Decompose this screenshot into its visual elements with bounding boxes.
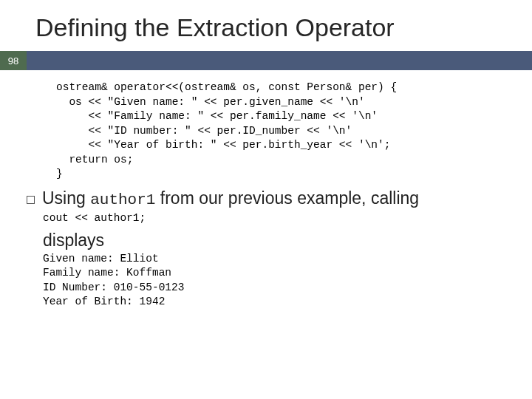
- slide-content: ostream& operator<<(ostream& os, const P…: [0, 70, 532, 310]
- slide: Defining the Extraction Operator 98 ostr…: [0, 0, 532, 399]
- code-line: << "ID number: " << per.ID_number << '\n…: [56, 125, 352, 137]
- output-line: ID Number: 010-55-0123: [43, 282, 184, 293]
- square-bullet-icon: [27, 196, 35, 204]
- code-line: << "Family name: " << per.family_name <<…: [56, 110, 378, 122]
- output-block: Given name: Elliot Family name: Koffman …: [43, 252, 502, 310]
- header-bar: 98: [0, 51, 532, 70]
- bullet-text-mono: author1: [90, 191, 155, 208]
- output-line: Year of Birth: 1942: [43, 296, 165, 307]
- slide-title: Defining the Extraction Operator: [0, 0, 532, 51]
- code-line: ostream& operator<<(ostream& os, const P…: [56, 81, 397, 93]
- call-code: cout << author1;: [43, 211, 502, 226]
- bullet-item: Using author1 from our previous example,…: [27, 188, 502, 210]
- output-line: Family name: Koffman: [43, 267, 171, 279]
- header-bar-fill: [27, 51, 532, 70]
- code-block: ostream& operator<<(ostream& os, const P…: [43, 81, 502, 182]
- code-line: os << "Given name: " << per.given_name <…: [56, 96, 365, 108]
- displays-label: displays: [43, 231, 502, 250]
- page-number-badge: 98: [0, 51, 27, 70]
- output-line: Given name: Elliot: [43, 253, 159, 265]
- code-line: }: [56, 168, 63, 180]
- bullet-text-pre: Using: [42, 188, 90, 208]
- code-line: return os;: [56, 154, 133, 166]
- bullet-text-post: from our previous example, calling: [155, 188, 419, 208]
- code-line: << "Year of birth: " << per.birth_year <…: [56, 139, 390, 151]
- bullet-text: Using author1 from our previous example,…: [42, 188, 419, 210]
